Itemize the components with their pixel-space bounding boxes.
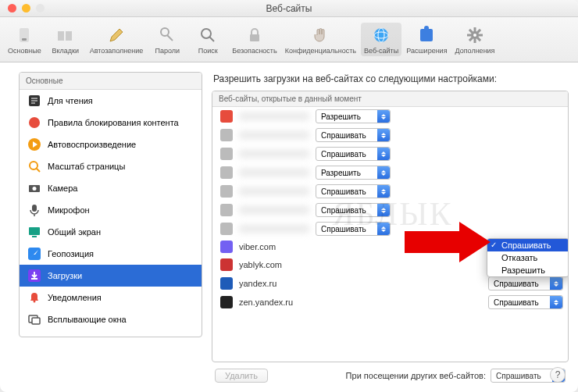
tab-privacy[interactable]: Конфиденциальность xyxy=(282,23,359,56)
site-name xyxy=(239,187,309,195)
svg-point-37 xyxy=(34,301,36,303)
tab-advanced[interactable]: Дополнения xyxy=(452,23,498,56)
site-setting-dropdown[interactable]: Спрашивать xyxy=(316,128,391,142)
chevron-updown-icon xyxy=(377,223,390,235)
delete-button[interactable]: Удалить xyxy=(215,369,268,383)
magnifier-icon xyxy=(198,26,217,45)
site-setting-dropdown[interactable]: Спрашивать xyxy=(316,203,391,217)
sidebar-item-mic[interactable]: Микрофон xyxy=(20,199,202,221)
menu-item[interactable]: Разрешить xyxy=(487,264,569,276)
camera-icon xyxy=(27,181,41,195)
hand-icon xyxy=(311,26,330,45)
main-heading: Разрешить загрузки на веб-сайтах со след… xyxy=(213,73,569,84)
svg-rect-31 xyxy=(32,205,37,212)
site-favicon xyxy=(220,241,233,253)
tab-passwords[interactable]: Пароли xyxy=(148,23,187,56)
site-row[interactable]: Спрашивать xyxy=(212,182,568,201)
site-row[interactable]: Разрешить xyxy=(212,107,568,126)
menu-item[interactable]: Отказать xyxy=(487,251,569,264)
toolbar-label: Пароли xyxy=(155,47,180,55)
site-name: yablyk.com xyxy=(239,260,482,269)
sidebar-item-bell[interactable]: Уведомления xyxy=(20,287,202,308)
sidebar-item-label: Всплывающие окна xyxy=(48,315,127,324)
screen-icon xyxy=(27,225,41,239)
sidebar-item-popup[interactable]: Всплывающие окна xyxy=(20,308,202,330)
close-icon[interactable] xyxy=(8,4,16,12)
tab-security[interactable]: Безопасность xyxy=(229,23,280,56)
traffic-lights xyxy=(8,4,45,12)
switch-icon xyxy=(15,26,34,45)
svg-rect-3 xyxy=(66,31,72,41)
bottom-bar: Удалить При посещении других веб-сайтов:… xyxy=(212,362,569,386)
tab-general[interactable]: Основные xyxy=(5,23,45,56)
site-favicon xyxy=(220,185,233,198)
site-row[interactable]: Спрашивать xyxy=(212,144,568,163)
minimize-icon[interactable] xyxy=(22,4,30,12)
toolbar-label: Безопасность xyxy=(232,47,277,55)
site-row[interactable]: Спрашивать xyxy=(212,219,568,238)
site-favicon xyxy=(220,110,233,123)
site-favicon xyxy=(220,223,233,235)
site-row[interactable]: zen.yandex.ruСпрашивать xyxy=(212,293,568,312)
sidebar-item-label: Камера xyxy=(48,184,77,193)
website-list-header: Веб-сайты, открытые в данный момент xyxy=(212,91,568,107)
site-favicon xyxy=(220,148,233,160)
sidebar: Основные Для чтенияПравила блокирования … xyxy=(19,72,202,337)
sidebar-item-label: Масштаб страницы xyxy=(48,162,125,171)
site-row[interactable]: Спрашивать xyxy=(212,126,568,144)
sidebar-item-camera[interactable]: Камера xyxy=(20,177,202,199)
bell-icon xyxy=(27,290,41,305)
site-favicon xyxy=(220,129,233,141)
svg-line-7 xyxy=(209,37,214,41)
sidebar-item-label: Загрузки xyxy=(48,271,82,280)
sidebar-item-block[interactable]: Правила блокирования контента xyxy=(20,112,202,134)
site-row[interactable]: Спрашивать xyxy=(212,201,568,219)
help-button[interactable]: ? xyxy=(550,367,566,383)
block-icon xyxy=(27,116,41,130)
tab-extensions[interactable]: Расширения xyxy=(403,23,450,56)
site-setting-dropdown[interactable]: Разрешить xyxy=(316,109,391,123)
toolbar-label: Расширения xyxy=(406,47,447,55)
sidebar-item-label: Общий экран xyxy=(48,227,101,237)
site-name xyxy=(239,225,309,233)
site-setting-dropdown[interactable]: Спрашивать xyxy=(316,222,391,236)
maximize-icon[interactable] xyxy=(36,4,45,12)
site-favicon xyxy=(220,204,233,216)
play-icon xyxy=(27,137,41,151)
toolbar: ОсновныеВкладкиАвтозаполнениеПаролиПоиск… xyxy=(0,17,578,62)
toolbar-label: Веб-сайты xyxy=(364,47,398,55)
chevron-updown-icon xyxy=(550,296,562,308)
site-setting-dropdown[interactable]: Спрашивать xyxy=(488,295,563,309)
tab-tabs[interactable]: Вкладки xyxy=(46,23,85,56)
menu-item[interactable]: Спрашивать xyxy=(487,239,569,251)
setting-menu[interactable]: СпрашиватьОтказатьРазрешить xyxy=(487,238,569,277)
sidebar-item-label: Уведомления xyxy=(48,293,102,302)
site-setting-dropdown[interactable]: Спрашивать xyxy=(316,147,391,161)
sidebar-item-download[interactable]: Загрузки xyxy=(20,265,202,287)
site-row[interactable]: viber.comСпрашиватьОтказатьРазрешить xyxy=(212,238,568,255)
tab-search[interactable]: Поиск xyxy=(188,23,227,56)
site-favicon xyxy=(220,296,233,308)
site-name xyxy=(239,112,309,120)
mic-icon xyxy=(27,203,41,217)
titlebar: Веб-сайты xyxy=(0,0,578,17)
chevron-updown-icon xyxy=(377,129,390,141)
tab-autofill[interactable]: Автозаполнение xyxy=(87,23,147,56)
sidebar-item-label: Автовоспроизведение xyxy=(48,140,136,149)
svg-line-28 xyxy=(36,168,40,172)
sidebar-item-play[interactable]: Автовоспроизведение xyxy=(20,134,202,155)
sidebar-item-reader[interactable]: Для чтения xyxy=(20,90,202,112)
sidebar-item-zoom[interactable]: Масштаб страницы xyxy=(20,155,202,177)
pencil-icon xyxy=(107,26,126,45)
chevron-updown-icon xyxy=(377,148,390,160)
site-setting-dropdown[interactable]: Спрашивать xyxy=(316,184,391,198)
site-setting-dropdown[interactable]: Спрашивать xyxy=(488,276,563,290)
site-name xyxy=(239,206,309,214)
tab-websites[interactable]: Веб-сайты xyxy=(361,23,401,56)
site-setting-dropdown[interactable]: Разрешить xyxy=(316,166,391,180)
sidebar-item-screen[interactable]: Общий экран xyxy=(20,221,202,243)
svg-rect-1 xyxy=(22,38,27,41)
sidebar-item-nav[interactable]: Геопозиция xyxy=(20,243,202,265)
site-row[interactable]: Разрешить xyxy=(212,163,568,182)
chevron-updown-icon xyxy=(377,166,390,179)
